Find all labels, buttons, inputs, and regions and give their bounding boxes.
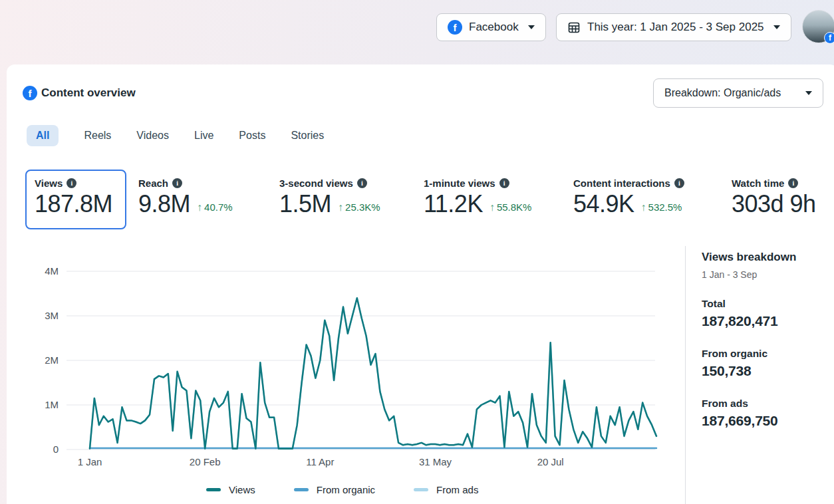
chevron-down-icon — [773, 25, 780, 29]
tab-reels[interactable]: Reels — [84, 125, 111, 146]
metric-value: 9.8M — [138, 191, 190, 217]
from-ads-swatch — [414, 488, 428, 491]
arrow-up-icon: ↑ — [641, 201, 646, 213]
metric-value: 1.5M — [279, 191, 331, 217]
legend-item-from-organic[interactable]: From organic — [294, 484, 375, 495]
views-line-chart — [67, 264, 662, 457]
metric-delta: ↑55.8K% — [489, 201, 532, 213]
tab-live[interactable]: Live — [194, 125, 213, 146]
chevron-down-icon — [528, 25, 535, 29]
legend-label: From ads — [436, 484, 478, 495]
chart-legend: Views From organic From ads — [206, 484, 478, 495]
metric-label: Reach — [138, 178, 168, 189]
info-icon[interactable]: i — [172, 178, 182, 188]
breakdown-row-label: From organic — [702, 348, 834, 360]
date-range-label: This year: 1 Jan 2025 - 3 Sep 2025 — [587, 21, 764, 34]
y-axis-label: 3M — [27, 310, 59, 322]
info-icon[interactable]: i — [499, 178, 509, 188]
metric-card-content-interactions[interactable]: Content interactionsi 54.9K ↑532.5% — [573, 170, 684, 225]
tab-posts[interactable]: Posts — [239, 125, 265, 146]
metric-label: 3-second views — [279, 178, 353, 189]
metric-delta: ↑40.7% — [197, 201, 233, 213]
views-swatch — [206, 488, 221, 491]
date-range-button[interactable]: This year: 1 Jan 2025 - 3 Sep 2025 — [556, 13, 791, 41]
tab-all[interactable]: All — [27, 125, 59, 146]
from-ads-line — [90, 298, 656, 449]
legend-item-views[interactable]: Views — [206, 484, 255, 495]
arrow-up-icon: ↑ — [338, 201, 343, 213]
metric-delta: ↑25.3K% — [338, 201, 380, 213]
x-axis-label: 20 Feb — [175, 456, 235, 467]
breakdown-dropdown[interactable]: Breakdown: Organic/ads — [653, 78, 823, 108]
metric-value: 11.2K — [424, 191, 483, 217]
info-icon[interactable]: i — [357, 178, 367, 188]
metric-label: 1-minute views — [424, 178, 495, 189]
info-icon[interactable]: i — [788, 178, 798, 188]
facebook-icon: f — [23, 86, 37, 100]
arrow-up-icon: ↑ — [489, 201, 495, 213]
profile-avatar[interactable]: f — [802, 10, 834, 43]
platform-selector-button[interactable]: f Facebook — [436, 13, 546, 41]
metric-label: Views — [35, 178, 63, 189]
platform-selector-label: Facebook — [469, 21, 519, 34]
metric-value: 187.8M — [35, 191, 112, 217]
x-axis-label: 20 Jul — [521, 456, 581, 467]
x-axis-label: 1 Jan — [60, 456, 120, 467]
views-line — [90, 298, 656, 449]
vertical-divider — [685, 246, 686, 504]
metric-card-reach[interactable]: Reachi 9.8M ↑40.7% — [138, 170, 233, 225]
x-axis-label: 11 Apr — [290, 456, 350, 467]
tab-stories[interactable]: Stories — [291, 125, 324, 146]
chevron-down-icon — [805, 91, 812, 95]
y-axis-label: 1M — [27, 399, 59, 411]
metric-card-3-second-views[interactable]: 3-second viewsi 1.5M ↑25.3K% — [279, 170, 380, 225]
metric-value: 303d 9h — [732, 191, 816, 217]
breakdown-row-label: From ads — [702, 398, 834, 410]
metric-card-1-minute-views[interactable]: 1-minute viewsi 11.2K ↑55.8K% — [424, 170, 531, 225]
x-axis-label: 31 May — [406, 456, 466, 467]
tab-videos[interactable]: Videos — [136, 125, 169, 146]
content-overview-card: f Content overview Breakdown: Organic/ad… — [7, 64, 834, 504]
legend-label: From organic — [317, 484, 375, 495]
facebook-badge-icon: f — [824, 32, 834, 44]
metric-card-watch-time[interactable]: Watch timei 303d 9h ↑ — [732, 170, 816, 225]
metric-label: Content interactions — [573, 178, 670, 189]
arrow-up-icon: ↑ — [197, 201, 202, 213]
calendar-icon — [567, 21, 581, 34]
metric-label: Watch time — [732, 178, 784, 189]
y-axis-label: 2M — [27, 354, 59, 366]
legend-label: Views — [229, 484, 255, 495]
y-axis-label: 0 — [27, 443, 59, 455]
from-organic-swatch — [294, 488, 309, 491]
y-axis-label: 4M — [27, 265, 59, 277]
breakdown-dropdown-label: Breakdown: Organic/ads — [664, 87, 781, 99]
page-title: Content overview — [41, 86, 136, 100]
legend-item-from-ads[interactable]: From ads — [414, 484, 478, 495]
breakdown-row-value: 187,669,750 — [702, 413, 834, 429]
breakdown-row-value: 187,820,471 — [702, 313, 834, 329]
facebook-icon: f — [448, 20, 462, 35]
breakdown-title: Views breakdown — [702, 251, 834, 264]
views-breakdown-panel: Views breakdown 1 Jan - 3 Sep Total 187,… — [702, 251, 834, 447]
breakdown-date-range: 1 Jan - 3 Sep — [702, 269, 834, 280]
breakdown-row-value: 150,738 — [702, 363, 834, 379]
content-type-tabs: All Reels Videos Live Posts Stories — [27, 125, 324, 146]
breakdown-row-label: Total — [702, 298, 834, 310]
metric-value: 54.9K — [573, 191, 634, 217]
metric-delta: ↑532.5% — [641, 201, 682, 213]
info-icon[interactable]: i — [674, 178, 684, 188]
info-icon[interactable]: i — [67, 178, 76, 188]
metric-card-views[interactable]: Viewsi 187.8M ↑ — [25, 170, 126, 229]
